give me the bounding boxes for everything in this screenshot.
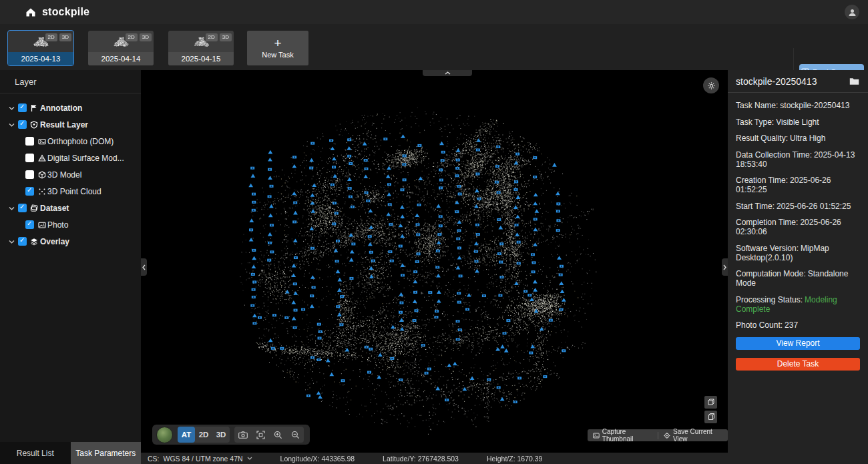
layer-item-annotation[interactable]: Annotation xyxy=(0,99,141,116)
badge-2d: 2D xyxy=(126,33,138,41)
minimap-button[interactable] xyxy=(156,427,173,443)
camera-icon xyxy=(238,431,248,439)
checkbox[interactable] xyxy=(18,204,27,212)
view-mode-group: AT 2D 3D xyxy=(178,427,230,443)
checkbox[interactable] xyxy=(25,154,34,162)
detail-row: Completion Time:2025-06-26 02:30:06 xyxy=(736,218,860,236)
collapse-right-handle[interactable] xyxy=(722,258,728,276)
task-date-label: 2025-04-14 xyxy=(88,52,154,65)
checkbox[interactable] xyxy=(18,237,27,246)
badge-3d: 3D xyxy=(59,33,71,41)
layer-item-photo[interactable]: Photo xyxy=(0,216,141,233)
pointcloud-icon xyxy=(38,188,46,196)
viewer-tools-group xyxy=(234,427,304,443)
checkbox[interactable] xyxy=(25,220,34,229)
extent-icon xyxy=(256,431,265,439)
view-report-button[interactable]: View Report xyxy=(736,337,860,350)
screenshot-button[interactable] xyxy=(234,427,252,443)
collapse-left-handle[interactable] xyxy=(141,258,147,276)
chevron-down-icon[interactable] xyxy=(9,240,15,244)
task-thumbnail: 2D 3D xyxy=(8,31,73,52)
latitude-readout: Latitude/Y: 2767428.503 xyxy=(383,455,459,463)
tab-result-list[interactable]: Result List xyxy=(0,442,71,464)
task-thumbnail: 2D 3D xyxy=(168,31,234,52)
viewer-3d[interactable]: AT 2D 3D Capture Thumbnail S xyxy=(141,70,728,453)
mode-2d-button[interactable]: 2D xyxy=(195,427,212,443)
task-strip: 2D 3D 2025-04-13 2D 3D 2025-04-14 2D 3D … xyxy=(0,24,868,70)
detail-row: Task Name:stockpile-20250413 xyxy=(736,101,860,110)
checkbox[interactable] xyxy=(25,187,34,196)
target-view-icon xyxy=(664,432,670,439)
detail-row: Result Quality:Ultra High xyxy=(736,134,860,143)
detail-row: Creation Time:2025-06-26 01:52:25 xyxy=(736,176,860,194)
viewer-settings-button[interactable] xyxy=(703,77,719,93)
checkbox[interactable] xyxy=(25,137,34,146)
mode-at-button[interactable]: AT xyxy=(178,427,195,443)
home-icon[interactable] xyxy=(25,7,36,17)
layer-item-dataset[interactable]: Dataset xyxy=(0,200,141,216)
viewer-toolbar: AT 2D 3D xyxy=(152,425,310,445)
task-card-2025-04-14[interactable]: 2D 3D 2025-04-14 xyxy=(88,31,154,65)
task-card-2025-04-15[interactable]: 2D 3D 2025-04-15 xyxy=(168,31,234,65)
detail-row: Software Version:MipMap Desktop(2.0.10) xyxy=(736,244,860,262)
chevron-down-icon[interactable] xyxy=(9,123,15,127)
detail-row-processing-status: Processing Status:Modeling Complete xyxy=(736,295,860,314)
height-readout: Height/Z: 1670.39 xyxy=(487,455,543,463)
tab-task-parameters[interactable]: Task Parameters xyxy=(71,442,142,464)
layer-item-orthophoto[interactable]: Orthophoto (DOM) xyxy=(0,133,141,150)
collapse-up-handle[interactable] xyxy=(423,70,472,76)
delete-task-button[interactable]: Delete Task xyxy=(736,358,860,371)
checkbox[interactable] xyxy=(18,120,27,129)
status-bar: CS: WGS 84 / UTM zone 47N Longitude/X: 4… xyxy=(141,453,868,464)
checkbox[interactable] xyxy=(18,103,27,112)
capture-thumbnail-button[interactable]: Capture Thumbnail xyxy=(588,429,658,441)
checkbox[interactable] xyxy=(25,170,34,179)
layer-panel-title: Layer xyxy=(0,70,141,93)
task-card-2025-04-13[interactable]: 2D 3D 2025-04-13 xyxy=(8,31,73,65)
coordinate-system-select[interactable]: CS: WGS 84 / UTM zone 47N xyxy=(148,455,252,463)
detail-row-photo-count: Photo Count:237 xyxy=(736,320,860,330)
layer-item-overlay[interactable]: Overlay xyxy=(0,233,141,250)
chevron-down-icon[interactable] xyxy=(9,206,15,210)
zoom-out-button[interactable] xyxy=(286,427,304,443)
detail-row: Task Type:Visible Light xyxy=(736,118,860,127)
view-cube-front-button[interactable] xyxy=(704,411,717,423)
zoom-out-icon xyxy=(291,431,300,439)
top-bar: stockpile xyxy=(0,0,868,24)
save-current-view-button[interactable]: Save Current View xyxy=(658,429,728,441)
view-cube-top-button[interactable] xyxy=(704,396,717,409)
panel-title: stockpile-20250413 xyxy=(736,76,817,87)
chevron-down-icon[interactable] xyxy=(9,106,15,110)
dataset-icon xyxy=(30,204,38,212)
layer-item-3d-point-cloud[interactable]: 3D Point Cloud xyxy=(0,183,141,200)
photo-icon xyxy=(38,221,46,229)
image-icon xyxy=(593,433,600,439)
task-details-panel: stockpile-20250413 Task Name:stockpile-2… xyxy=(728,70,868,464)
layer-item-result-layer[interactable]: Result Layer xyxy=(0,116,141,133)
user-avatar[interactable] xyxy=(845,5,859,19)
mode-3d-button[interactable]: 3D xyxy=(212,427,230,443)
detail-row: Start Time:2025-06-26 01:52:25 xyxy=(736,202,860,211)
bottom-tab-bar: Result List Task Parameters xyxy=(0,442,141,464)
layer-item-dsm[interactable]: Digital Surface Mod... xyxy=(0,150,141,166)
longitude-readout: Longitude/X: 443365.98 xyxy=(280,455,355,463)
orthophoto-icon xyxy=(38,138,46,146)
app-title: stockpile xyxy=(42,6,89,18)
folder-icon[interactable] xyxy=(849,77,859,85)
new-task-button[interactable]: + New Task xyxy=(247,31,308,65)
layer-panel: Layer Annotation Result Layer Orthophoto… xyxy=(0,70,141,442)
fit-extent-button[interactable] xyxy=(252,427,269,443)
badge-3d: 3D xyxy=(140,33,152,41)
flag-icon xyxy=(30,104,38,112)
chevron-up-icon xyxy=(445,71,451,75)
shield-icon xyxy=(30,121,38,129)
capture-bar: Capture Thumbnail Save Current View xyxy=(588,429,728,441)
layer-item-3d-model[interactable]: 3D Model xyxy=(0,166,141,183)
chevron-left-icon xyxy=(142,264,146,270)
gear-icon xyxy=(707,81,716,90)
badge-2d: 2D xyxy=(45,33,57,41)
zoom-in-button[interactable] xyxy=(269,427,286,443)
point-cloud-canvas[interactable] xyxy=(141,70,728,453)
chevron-down-icon xyxy=(247,457,252,460)
cube-wireframe-icon xyxy=(706,398,715,407)
